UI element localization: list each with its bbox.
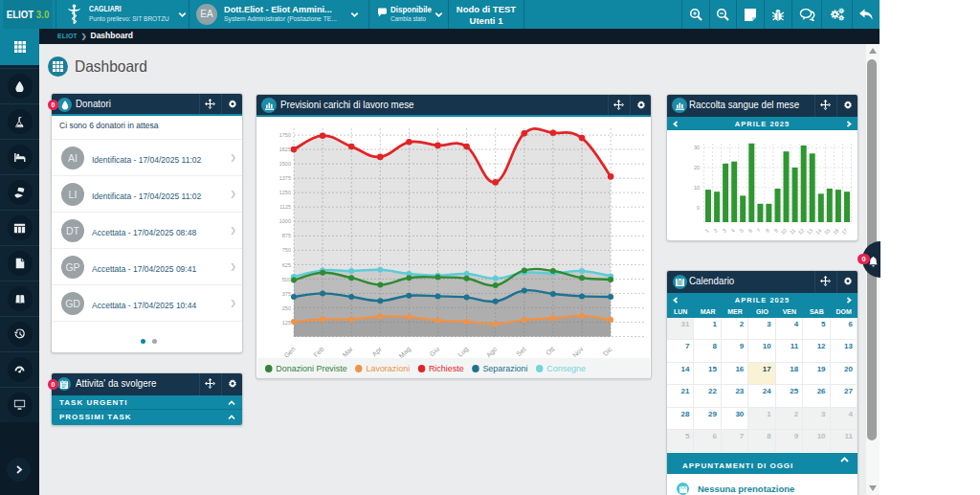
- svg-text:Mar: Mar: [341, 345, 354, 358]
- svg-text:1375: 1375: [279, 175, 291, 181]
- svg-text:1125: 1125: [279, 204, 291, 210]
- svg-text:12: 12: [797, 227, 806, 236]
- svg-text:3: 3: [721, 227, 726, 233]
- svg-text:5: 5: [738, 227, 744, 233]
- svg-text:Apr: Apr: [370, 345, 384, 358]
- svg-text:7: 7: [756, 227, 762, 233]
- svg-text:Lug: Lug: [457, 346, 470, 358]
- svg-text:9: 9: [773, 227, 779, 233]
- svg-text:250: 250: [282, 305, 291, 311]
- svg-text:10: 10: [780, 227, 789, 236]
- svg-text:1500: 1500: [279, 161, 291, 167]
- svg-text:1750: 1750: [279, 132, 291, 138]
- svg-text:Nov: Nov: [571, 345, 585, 358]
- svg-text:Gen: Gen: [282, 346, 296, 358]
- svg-text:10: 10: [694, 185, 700, 191]
- svg-text:1250: 1250: [279, 190, 291, 195]
- svg-text:14: 14: [814, 227, 823, 236]
- svg-text:16: 16: [832, 227, 840, 236]
- svg-text:2: 2: [712, 227, 718, 233]
- svg-text:Feb: Feb: [312, 346, 325, 358]
- svg-text:4: 4: [729, 227, 735, 233]
- svg-text:0: 0: [697, 205, 700, 211]
- svg-text:Giu: Giu: [429, 346, 441, 358]
- svg-text:15: 15: [823, 227, 832, 236]
- svg-text:1000: 1000: [279, 218, 291, 224]
- svg-text:30: 30: [694, 145, 700, 150]
- svg-text:750: 750: [282, 247, 291, 253]
- svg-text:Mag: Mag: [398, 346, 412, 358]
- svg-text:1625: 1625: [279, 146, 291, 152]
- svg-text:13: 13: [806, 227, 814, 236]
- svg-text:6: 6: [747, 227, 753, 233]
- svg-text:Dic: Dic: [602, 345, 613, 356]
- svg-text:1: 1: [703, 227, 709, 233]
- svg-text:625: 625: [282, 262, 291, 268]
- svg-text:17: 17: [840, 227, 849, 236]
- svg-text:11: 11: [789, 227, 796, 235]
- svg-text:500: 500: [282, 277, 291, 282]
- svg-text:Set: Set: [515, 346, 526, 357]
- svg-text:8: 8: [765, 227, 770, 233]
- svg-text:Ott: Ott: [545, 346, 556, 357]
- svg-text:125: 125: [282, 320, 291, 326]
- svg-text:Ago: Ago: [485, 346, 500, 358]
- svg-text:875: 875: [282, 233, 291, 238]
- svg-text:20: 20: [694, 165, 700, 170]
- svg-text:375: 375: [282, 291, 291, 297]
